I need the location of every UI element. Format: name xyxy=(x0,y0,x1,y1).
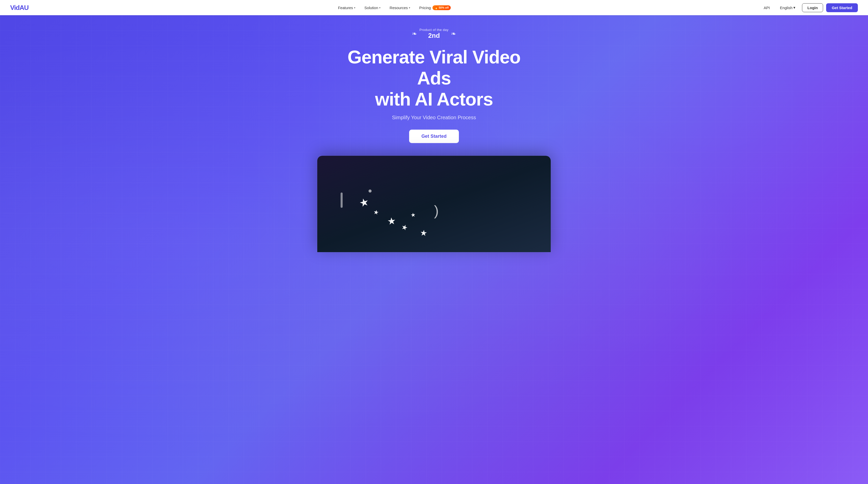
nav-api[interactable]: API xyxy=(760,4,773,11)
chevron-down-icon: ▾ xyxy=(379,6,380,9)
nav-resources[interactable]: Resources ▾ xyxy=(386,4,414,11)
deco-circle xyxy=(369,190,372,193)
get-started-nav-button[interactable]: Get Started xyxy=(826,3,858,12)
star-icon-5: ★ xyxy=(410,212,416,219)
badge-small-text: Product of the day xyxy=(420,28,449,32)
chevron-down-icon: ▾ xyxy=(794,5,796,10)
video-preview: ★ ★ ★ ★ ★ ★ ) xyxy=(317,156,551,252)
nav-features[interactable]: Features ▾ xyxy=(335,4,359,11)
product-badge: ❧ Product of the day 2nd ❧ xyxy=(412,28,456,39)
badge-text: Product of the day 2nd xyxy=(420,28,449,39)
crescent-moon-icon: ) xyxy=(434,202,439,219)
chevron-down-icon: ▾ xyxy=(409,6,410,9)
nav-pricing[interactable]: Pricing 🔥 50% off xyxy=(416,4,454,12)
laurel-left-icon: ❧ xyxy=(412,30,417,37)
laurel-right-icon: ❧ xyxy=(451,30,456,37)
star-icon-4: ★ xyxy=(400,223,409,233)
hero-content: ❧ Product of the day 2nd ❧ Generate Vira… xyxy=(0,15,868,252)
chevron-down-icon: ▾ xyxy=(354,6,355,9)
hero-section: ❧ Product of the day 2nd ❧ Generate Vira… xyxy=(0,0,868,484)
star-icon-1: ★ xyxy=(358,195,370,210)
star-icon-3: ★ xyxy=(387,215,397,227)
get-started-hero-button[interactable]: Get Started xyxy=(409,130,459,143)
hero-title: Generate Viral Video Ads with AI Actors xyxy=(335,47,533,109)
nav-solution[interactable]: Solution ▾ xyxy=(361,4,384,11)
navbar: VidAU Features ▾ Solution ▾ Resources ▾ … xyxy=(0,0,868,15)
nav-menu: Features ▾ Solution ▾ Resources ▾ Pricin… xyxy=(335,4,454,12)
video-inner: ★ ★ ★ ★ ★ ★ ) xyxy=(317,156,551,252)
brand-logo[interactable]: VidAU xyxy=(10,4,29,12)
hero-subtitle: Simplify Your Video Creation Process xyxy=(392,115,476,121)
deco-rectangle xyxy=(341,193,343,208)
nav-right: API English ▾ Login Get Started xyxy=(760,3,858,12)
star-icon-6: ★ xyxy=(420,228,428,238)
nav-language[interactable]: English ▾ xyxy=(776,4,799,11)
discount-badge: 🔥 50% off xyxy=(432,5,451,10)
star-icon-2: ★ xyxy=(373,208,380,216)
login-button[interactable]: Login xyxy=(802,3,823,12)
badge-rank: 2nd xyxy=(420,32,449,39)
